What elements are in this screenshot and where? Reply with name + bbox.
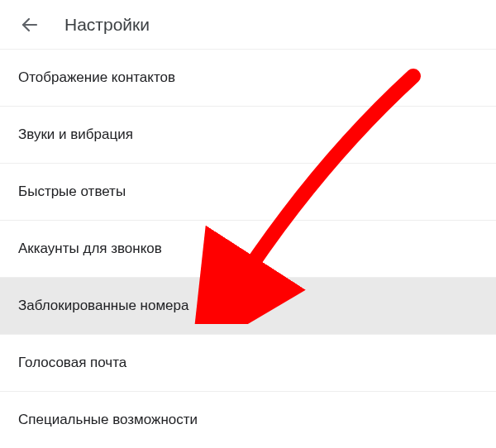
page-title: Настройки <box>64 15 150 35</box>
settings-item-quick-responses[interactable]: Быстрые ответы <box>0 164 496 221</box>
settings-item-label: Аккаунты для звонков <box>18 241 162 257</box>
settings-item-contact-display[interactable]: Отображение контактов <box>0 50 496 107</box>
settings-item-label: Заблокированные номера <box>18 298 188 314</box>
back-button[interactable] <box>10 5 50 45</box>
app-header: Настройки <box>0 0 496 50</box>
settings-item-accessibility[interactable]: Специальные возможности <box>0 392 496 448</box>
settings-item-label: Специальные возможности <box>18 412 198 428</box>
settings-item-label: Звуки и вибрация <box>18 126 133 143</box>
settings-list: Отображение контактов Звуки и вибрация Б… <box>0 50 496 448</box>
settings-item-calling-accounts[interactable]: Аккаунты для звонков <box>0 221 496 278</box>
settings-item-label: Голосовая почта <box>18 355 126 371</box>
arrow-back-icon <box>20 15 40 35</box>
settings-item-sounds-vibration[interactable]: Звуки и вибрация <box>0 107 496 164</box>
settings-item-voicemail[interactable]: Голосовая почта <box>0 335 496 392</box>
settings-item-blocked-numbers[interactable]: Заблокированные номера <box>0 278 496 335</box>
settings-item-label: Быстрые ответы <box>18 183 126 200</box>
settings-item-label: Отображение контактов <box>18 69 175 86</box>
